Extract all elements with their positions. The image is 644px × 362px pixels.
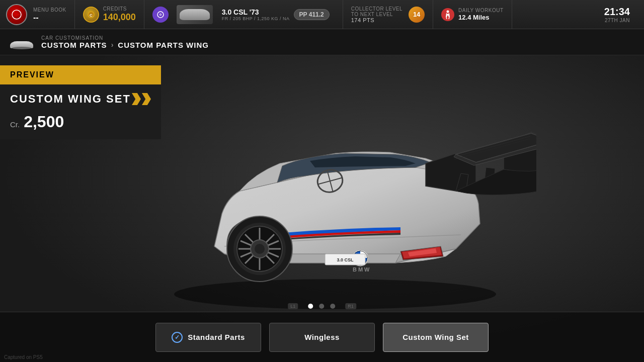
- breadcrumb-part1[interactable]: CUSTOM PARTS: [41, 41, 107, 49]
- gt-logo[interactable]: [6, 4, 27, 25]
- date-display: 27th Jan: [604, 18, 630, 23]
- section-label: CAR CUSTOMISATION: [41, 35, 209, 41]
- dots-bar: L1 R1: [288, 303, 356, 309]
- dot-1[interactable]: [308, 304, 313, 309]
- breadcrumb-part2: CUSTOM PARTS WING: [118, 41, 209, 49]
- check-icon: ✓: [172, 332, 183, 343]
- dot-2[interactable]: [319, 304, 324, 309]
- breadcrumb-bar: CAR CUSTOMISATION CUSTOM PARTS › CUSTOM …: [0, 29, 644, 55]
- pp-badge: PP 411.2: [294, 9, 330, 20]
- standard-parts-button[interactable]: ✓ Standard Parts: [155, 323, 261, 352]
- collector-section: Collector Level To Next Level 174 pts 14: [343, 0, 433, 29]
- topbar: Menu Book -- C Credits 140,000: [0, 0, 644, 29]
- dot-3[interactable]: [330, 304, 335, 309]
- custom-wing-set-button[interactable]: Custom Wing Set: [383, 323, 489, 352]
- car-display: BMW: [134, 103, 536, 314]
- svg-point-26: [255, 244, 265, 254]
- collector-sublabel: To Next Level: [351, 12, 403, 17]
- bottom-bar: ✓ Standard Parts Wingless Custom Wing Se…: [0, 312, 644, 362]
- svg-text:3.0 CSL: 3.0 CSL: [337, 257, 354, 262]
- preview-body: CUSTOM WING SET Cr. 2,500: [0, 84, 161, 139]
- workout-value: 12.4 Miles: [458, 14, 503, 21]
- workout-icon: [441, 8, 454, 21]
- menu-book-label: Menu Book: [33, 7, 66, 13]
- music-icon[interactable]: [152, 7, 169, 23]
- workout-section: Daily Workout 12.4 Miles: [433, 0, 512, 29]
- car-customisation-icon: [10, 35, 34, 49]
- collector-level: 14: [409, 7, 425, 23]
- music-section: 3.0 CSL '73 FR / 205 BHP / 1,250 kg / NA…: [144, 0, 343, 29]
- time-display: 21:34: [604, 6, 630, 18]
- r1-hint: R1: [345, 303, 356, 309]
- collector-label: Collector Level: [351, 6, 403, 12]
- chevrons-icon: [132, 93, 151, 105]
- l1-hint: L1: [288, 303, 298, 309]
- menu-book-section: Menu Book --: [27, 0, 75, 29]
- preview-panel: PREVIEW CUSTOM WING SET Cr. 2,500: [0, 65, 161, 139]
- menu-book-value: --: [33, 13, 66, 22]
- collector-pts: 174 pts: [351, 17, 403, 23]
- price-amount: 2,500: [24, 113, 64, 131]
- wingless-button[interactable]: Wingless: [269, 323, 375, 352]
- credits-value: 140,000: [103, 12, 136, 23]
- main-area: BMW: [0, 55, 644, 362]
- workout-label: Daily Workout: [458, 8, 503, 13]
- preview-header: PREVIEW: [0, 65, 161, 84]
- svg-text:BMW: BMW: [353, 266, 371, 273]
- svg-text:C: C: [90, 13, 93, 18]
- captured-label: Captured on PS5: [4, 354, 43, 360]
- time-section: 21:34 27th Jan: [596, 0, 638, 29]
- car-thumbnail: [177, 5, 213, 24]
- credits-label: Credits: [103, 6, 136, 12]
- credits-section: C Credits 140,000: [75, 0, 144, 29]
- breadcrumb-path: CUSTOM PARTS › CUSTOM PARTS WING: [41, 41, 209, 49]
- car-specs: FR / 205 BHP / 1,250 kg / NA: [222, 16, 290, 21]
- breadcrumb-separator: ›: [111, 41, 114, 49]
- svg-point-6: [160, 14, 161, 15]
- preview-item-name: CUSTOM WING SET: [10, 93, 151, 106]
- car-name: 3.0 CSL '73: [222, 8, 290, 16]
- price-line: Cr. 2,500: [10, 113, 151, 131]
- price-currency: Cr.: [10, 120, 20, 129]
- svg-point-7: [447, 10, 449, 13]
- credits-icon: C: [83, 7, 99, 23]
